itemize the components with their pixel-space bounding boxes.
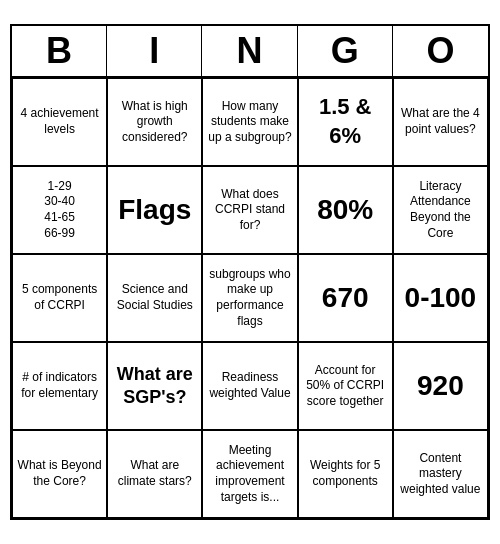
bingo-cell-16: What are SGP's? bbox=[107, 342, 202, 430]
bingo-cell-20: What is Beyond the Core? bbox=[12, 430, 107, 518]
bingo-cell-12: subgroups who make up performance flags bbox=[202, 254, 297, 342]
bingo-cell-0: 4 achievement levels bbox=[12, 78, 107, 166]
bingo-cell-5: 1-2930-4041-6566-99 bbox=[12, 166, 107, 254]
bingo-cell-2: How many students make up a subgroup? bbox=[202, 78, 297, 166]
bingo-card: BINGO 4 achievement levelsWhat is high g… bbox=[10, 24, 490, 520]
bingo-cell-15: # of indicators for elementary bbox=[12, 342, 107, 430]
bingo-cell-4: What are the 4 point values? bbox=[393, 78, 488, 166]
bingo-cell-14: 0-100 bbox=[393, 254, 488, 342]
bingo-cell-23: Weights for 5 components bbox=[298, 430, 393, 518]
bingo-header: BINGO bbox=[12, 26, 488, 78]
bingo-cell-3: 1.5 & 6% bbox=[298, 78, 393, 166]
bingo-cell-1: What is high growth considered? bbox=[107, 78, 202, 166]
bingo-cell-7: What does CCRPI stand for? bbox=[202, 166, 297, 254]
bingo-letter-o: O bbox=[393, 26, 488, 76]
bingo-letter-b: B bbox=[12, 26, 107, 76]
bingo-cell-22: Meeting achievement improvement targets … bbox=[202, 430, 297, 518]
bingo-letter-g: G bbox=[298, 26, 393, 76]
bingo-letter-n: N bbox=[202, 26, 297, 76]
bingo-cell-13: 670 bbox=[298, 254, 393, 342]
bingo-letter-i: I bbox=[107, 26, 202, 76]
bingo-cell-9: LiteracyAttendanceBeyond the Core bbox=[393, 166, 488, 254]
bingo-cell-24: Content mastery weighted value bbox=[393, 430, 488, 518]
bingo-cell-19: 920 bbox=[393, 342, 488, 430]
bingo-cell-21: What are climate stars? bbox=[107, 430, 202, 518]
bingo-cell-10: 5 components of CCRPI bbox=[12, 254, 107, 342]
bingo-cell-18: Account for 50% of CCRPI score together bbox=[298, 342, 393, 430]
bingo-cell-8: 80% bbox=[298, 166, 393, 254]
bingo-cell-11: Science and Social Studies bbox=[107, 254, 202, 342]
bingo-cell-6: Flags bbox=[107, 166, 202, 254]
bingo-grid: 4 achievement levelsWhat is high growth … bbox=[12, 78, 488, 518]
bingo-cell-17: Readiness weighted Value bbox=[202, 342, 297, 430]
